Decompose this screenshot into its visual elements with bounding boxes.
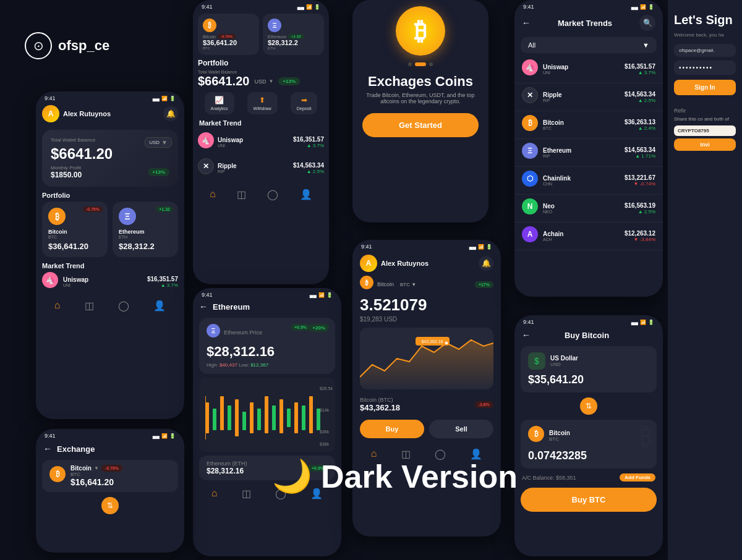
dots-indicator <box>352 59 488 70</box>
svg-rect-3 <box>213 409 216 430</box>
svg-rect-14 <box>294 402 298 433</box>
home-nav[interactable]: ⌂ <box>54 300 61 312</box>
status-bar-2: 9:41 ▄▄📶🔋 <box>193 0 329 11</box>
bell-4[interactable]: 🔔 <box>479 256 493 271</box>
exchange-subtitle: Trade Bitcoin, Ethereum, USDT, and the t… <box>352 92 488 109</box>
wallet-balance-card: Total Wallet Balance USD▼ $6641.20 Month… <box>42 130 178 187</box>
moon-icon: 🌙 <box>272 457 312 495</box>
mini-eth-icon: Ξ <box>268 19 281 32</box>
buy-sell-row: Buy Sell <box>360 420 493 438</box>
svg-rect-9 <box>257 409 261 430</box>
back-arrow-8[interactable]: ← <box>522 330 531 340</box>
btc-portfolio-card[interactable]: ₿ -0.79% Bitcoin BTC $36,641.20 <box>42 202 108 257</box>
analytics-btn[interactable]: 📈 Analytics <box>205 92 234 114</box>
brand-name: ofsp_ce <box>58 38 109 54</box>
trend-item-chn[interactable]: ⬡ Chainlink CHN $13,221.67 ▼ -0.74% <box>514 167 663 195</box>
ripple-icon: ✕ <box>198 158 214 174</box>
bottom-nav-2: ⌂ ◫ ◯ 👤 <box>193 184 329 205</box>
portfolio-title: Portfolio <box>42 192 178 199</box>
wallet-nav[interactable]: ◫ <box>85 300 94 312</box>
swap-button[interactable]: ⇅ <box>101 497 119 514</box>
dark-version-banner: 🌙 Dark Version <box>272 457 518 495</box>
user-avatar: A <box>42 105 59 122</box>
btc-icon: ₿ <box>48 208 66 225</box>
status-bar-8: 9:41 ▄▄📶🔋 <box>514 315 663 326</box>
withdraw-btn[interactable]: ⬆ Withdraw <box>247 92 278 114</box>
user-name: Alex Rutuynos <box>63 110 111 117</box>
status-bar-7: 9:41 ▄▄📶🔋 <box>514 0 663 11</box>
profile-nav[interactable]: 👤 <box>153 300 166 312</box>
chat-nav-2[interactable]: ◯ <box>267 189 278 200</box>
back-arrow-5[interactable]: ← <box>199 302 208 312</box>
dark-version-text: Dark Version <box>321 458 518 495</box>
sign-in-button[interactable]: Sign In <box>674 80 736 95</box>
phone-buy-bitcoin: 9:41 ▄▄📶🔋 ← Buy Bitcoin $ US Dollar USD … <box>514 315 663 556</box>
trend-icon: Ξ <box>522 143 538 159</box>
status-bar-5: 9:41 ▄▄📶🔋 <box>193 288 341 299</box>
rip-list-item[interactable]: ✕ Ripple RIP $14,563.34 ▲ 2.5% <box>193 155 329 181</box>
back-arrow-7[interactable]: ← <box>522 18 531 28</box>
mini-btc-card[interactable]: ₿ Bitcoin -0.79% $36,641.20 BTC <box>198 14 259 55</box>
currency-selector[interactable]: USD▼ <box>145 137 172 148</box>
svg-point-24 <box>445 341 448 345</box>
analytics-icon: 📈 <box>215 96 224 104</box>
btc-chart: $43,362.18 <box>360 328 493 389</box>
btc-detail-icon: ₿ <box>360 276 373 289</box>
trend-icon: N <box>522 198 538 214</box>
withdraw-icon: ⬆ <box>259 96 265 104</box>
add-funds-button[interactable]: Add Funds <box>620 473 655 482</box>
svg-rect-1 <box>205 396 206 402</box>
filter-dropdown[interactable]: All ▼ <box>521 37 657 53</box>
refer-code[interactable]: CRYPTO8795 <box>674 125 736 136</box>
sell-button[interactable]: Sell <box>429 420 493 438</box>
phone-market-trends: 9:41 ▄▄📶🔋 ← Market Trends 🔍 All ▼ 🦄 Unis… <box>514 0 663 297</box>
svg-rect-16 <box>309 396 313 433</box>
buy-button[interactable]: Buy <box>360 420 424 438</box>
logo-icon: ⊙ <box>25 32 52 59</box>
svg-rect-10 <box>265 396 268 433</box>
mini-eth-card[interactable]: Ξ Ethereum +1.32 $28,312.2 ETH <box>263 14 324 55</box>
deposit-btn[interactable]: ➡ Deposit <box>291 92 318 114</box>
wallet-nav-2[interactable]: ◫ <box>237 189 246 200</box>
trend-icon: ₿ <box>522 115 538 131</box>
eth-portfolio-card[interactable]: Ξ +1.32 Ethereum ETH $28,312.2 <box>113 202 178 257</box>
sign-title: Let's Sign <box>674 12 736 27</box>
get-started-button[interactable]: Get Started <box>362 113 479 137</box>
trend-icon: ✕ <box>522 87 538 103</box>
uni-list-item[interactable]: 🦄 Uniswap UNI $16,351.57 ▲ 3.7% <box>193 129 329 155</box>
uniswap-market-item[interactable]: 🦄 Uniswap UNI $16,351.57 ▲ 3.7% <box>42 272 178 292</box>
home-nav-5[interactable]: ⌂ <box>211 488 218 499</box>
svg-rect-15 <box>302 405 305 430</box>
email-input[interactable]: ofspace@gmail. <box>674 44 736 57</box>
home-nav-2[interactable]: ⌂ <box>210 189 216 200</box>
chat-nav[interactable]: ◯ <box>118 300 129 312</box>
svg-rect-6 <box>235 399 239 436</box>
phone-exchange: 9:41 ▄▄📶🔋 ← Exchange ₿ Bitcoin ▼ -0.79% … <box>36 429 184 553</box>
trend-item-neo[interactable]: N Neo NEO $16,563.19 ▲ 2.5% <box>514 195 663 223</box>
svg-text:$36k: $36k <box>320 430 330 434</box>
profile-nav-2[interactable]: 👤 <box>300 189 312 200</box>
portfolio-section: Portfolio Total Wallet Balance $6641.20 … <box>198 59 324 88</box>
wallet-nav-5[interactable]: ◫ <box>242 488 251 499</box>
uniswap-icon: 🦄 <box>42 272 58 288</box>
profit-badge: +13% <box>148 168 169 176</box>
back-button-6[interactable]: ← <box>43 444 52 454</box>
right-panel: Let's Sign Welcome back, you ha ofspace@… <box>668 0 742 560</box>
btc-buy-icon: ₿ <box>528 426 544 442</box>
exchange-btc-icon: ₿ <box>49 466 66 482</box>
trend-item-rip[interactable]: Ξ Ethereum RIP $14,563.34 ▲ 1.71% <box>514 139 663 167</box>
trend-item-uni[interactable]: 🦄 Uniswap UNI $16,351.57 ▲ 3.7% <box>514 56 663 83</box>
trend-item-ach[interactable]: A Achain ACH $12,263.12 ▼ -3.84% <box>514 223 663 250</box>
svg-rect-11 <box>272 405 276 430</box>
notification-bell[interactable]: 🔔 <box>163 106 178 121</box>
candlestick-svg: $26.5k $14k $36k $36k <box>199 378 335 452</box>
btc-watermark: ₿ <box>639 423 652 451</box>
password-input[interactable]: •••••••••• <box>674 61 736 75</box>
trend-item-rip[interactable]: ✕ Ripple RIP $14,563.34 ▲ 2.5% <box>514 83 663 111</box>
invite-button[interactable]: Invi <box>674 138 736 151</box>
exchange-title: Exchages Coins <box>352 70 488 92</box>
search-button-7[interactable]: 🔍 <box>639 15 655 31</box>
buy-btc-button[interactable]: Buy BTC <box>521 488 657 512</box>
swap-currency-button[interactable]: ⇅ <box>580 397 597 415</box>
trend-item-btc[interactable]: ₿ Bitcoin BTC $36,263.13 ▲ 2.4% <box>514 111 663 139</box>
